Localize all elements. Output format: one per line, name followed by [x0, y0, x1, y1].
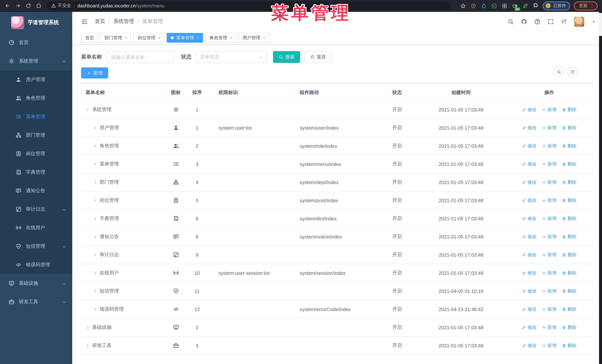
delete-row-link[interactable]: 删除 — [562, 125, 576, 131]
chevron-right-icon[interactable] — [93, 198, 97, 202]
fullscreen-icon[interactable] — [548, 18, 554, 25]
tab-5[interactable]: 用户管理× — [239, 33, 269, 42]
github-icon[interactable] — [521, 18, 527, 25]
user-avatar[interactable] — [574, 16, 584, 26]
add-child-link[interactable]: 新增 — [542, 324, 556, 331]
close-tab-icon[interactable]: × — [263, 36, 265, 40]
refresh-table-button[interactable] — [567, 67, 578, 77]
not-secure-label[interactable]: 不安全 — [51, 3, 71, 9]
search-button[interactable]: 搜索 — [273, 51, 300, 63]
edit-row-link[interactable]: 修改 — [522, 143, 537, 149]
sidebar-item-12[interactable]: 错误码管理 — [0, 256, 72, 274]
tab-3[interactable]: 菜单管理× — [167, 33, 203, 42]
sidebar-item-0[interactable]: 首页 — [0, 33, 72, 52]
add-child-link[interactable]: 新增 — [542, 288, 556, 294]
extension-switch-icon[interactable]: on — [512, 2, 518, 9]
address-bar[interactable]: 不安全 dashboard.yudao.iocoder.cn/system/me… — [47, 1, 451, 10]
chevron-right-icon[interactable] — [93, 253, 97, 257]
delete-row-link[interactable]: 删除 — [562, 143, 576, 149]
edit-row-link[interactable]: 修改 — [522, 179, 537, 185]
scrollbar-thumb[interactable] — [599, 13, 602, 36]
sidebar-item-6[interactable]: 岗位管理 — [0, 145, 72, 163]
delete-row-link[interactable]: 删除 — [562, 270, 576, 276]
sidebar-item-13[interactable]: 基础设施 — [0, 274, 72, 292]
caret-down-icon[interactable] — [591, 19, 596, 24]
bookmark-star-icon[interactable] — [460, 2, 466, 9]
edit-row-link[interactable]: 修改 — [522, 270, 537, 276]
sidebar-item-8[interactable]: 通知公告 — [0, 181, 72, 200]
extension-check-icon[interactable] — [491, 2, 497, 9]
extension-leaf-icon[interactable] — [522, 2, 529, 9]
tab-4[interactable]: 角色管理× — [205, 33, 236, 42]
edit-row-link[interactable]: 修改 — [522, 215, 537, 222]
add-child-link[interactable]: 新增 — [542, 252, 556, 258]
edit-row-link[interactable]: 修改 — [522, 197, 537, 203]
show-search-toggle-button[interactable] — [553, 67, 564, 77]
sidebar-item-2[interactable]: 用户管理 — [0, 70, 72, 89]
delete-row-link[interactable]: 删除 — [562, 179, 576, 185]
delete-row-link[interactable]: 删除 — [562, 233, 576, 240]
delete-row-link[interactable]: 删除 — [562, 342, 576, 349]
sidebar-item-1[interactable]: 系统管理 — [0, 52, 72, 70]
add-child-link[interactable]: 新增 — [542, 197, 556, 203]
delete-row-link[interactable]: 删除 — [562, 106, 576, 113]
breadcrumb-home[interactable]: 首页 — [95, 18, 105, 25]
sidebar-item-7[interactable]: 字典管理 — [0, 163, 72, 181]
extension-grid-icon[interactable] — [501, 2, 508, 9]
add-child-link[interactable]: 新增 — [542, 179, 556, 185]
add-child-link[interactable]: 新增 — [542, 106, 556, 113]
add-menu-button[interactable]: 新增 — [81, 67, 108, 79]
chevron-right-icon[interactable] — [93, 271, 97, 275]
edit-row-link[interactable]: 修改 — [522, 125, 537, 131]
tab-1[interactable]: 部门管理× — [100, 33, 131, 42]
add-child-link[interactable]: 新增 — [542, 125, 556, 131]
close-tab-icon[interactable]: × — [125, 36, 127, 40]
edit-row-link[interactable]: 修改 — [522, 306, 537, 312]
add-child-link[interactable]: 新增 — [542, 161, 556, 167]
menu-name-input[interactable] — [106, 51, 174, 63]
breadcrumb-system[interactable]: 系统管理 — [113, 18, 134, 25]
edit-row-link[interactable]: 修改 — [522, 252, 537, 258]
edit-row-link[interactable]: 修改 — [522, 342, 537, 349]
sidebar-item-3[interactable]: 角色管理 — [0, 89, 72, 107]
delete-row-link[interactable]: 删除 — [562, 197, 576, 203]
delete-row-link[interactable]: 删除 — [562, 215, 576, 222]
add-child-link[interactable]: 新增 — [542, 143, 556, 149]
tab-2[interactable]: 岗位管理× — [134, 33, 164, 42]
delete-row-link[interactable]: 删除 — [562, 324, 576, 331]
close-tab-icon[interactable]: × — [230, 36, 232, 40]
help-icon[interactable] — [534, 18, 540, 25]
chevron-right-icon[interactable] — [93, 235, 97, 239]
chevron-right-icon[interactable] — [93, 144, 97, 148]
browser-back-icon[interactable] — [3, 1, 12, 10]
edit-row-link[interactable]: 修改 — [522, 161, 537, 167]
collapse-sidebar-icon[interactable] — [81, 18, 88, 25]
chevron-right-icon[interactable] — [86, 343, 90, 348]
tab-0[interactable]: 首页 — [81, 33, 98, 42]
chevron-right-icon[interactable] — [93, 180, 97, 184]
browser-home-icon[interactable] — [34, 1, 43, 10]
delete-row-link[interactable]: 删除 — [562, 252, 576, 258]
chevron-right-icon[interactable] — [86, 325, 90, 329]
browser-profile-badge[interactable]: 已暂停 — [543, 1, 570, 10]
edit-row-link[interactable]: 修改 — [522, 233, 537, 240]
extension-record-icon[interactable] — [470, 2, 477, 9]
chevron-right-icon[interactable] — [93, 162, 97, 166]
add-child-link[interactable]: 新增 — [542, 215, 556, 222]
delete-row-link[interactable]: 删除 — [562, 306, 576, 312]
browser-reload-icon[interactable] — [24, 1, 32, 10]
sidebar-item-14[interactable]: 研发工具 — [0, 292, 72, 311]
close-tab-icon[interactable]: × — [197, 36, 199, 40]
status-select[interactable]: 菜单状态 — [196, 51, 267, 63]
delete-row-link[interactable]: 删除 — [562, 161, 576, 167]
delete-row-link[interactable]: 删除 — [562, 288, 576, 294]
edit-row-link[interactable]: 修改 — [522, 106, 537, 113]
chevron-down-icon[interactable] — [86, 108, 90, 112]
chevron-right-icon[interactable] — [93, 217, 97, 220]
browser-forward-icon[interactable] — [13, 1, 22, 10]
app-logo-row[interactable]: 芋道管理系统 — [0, 12, 72, 33]
font-size-icon[interactable] — [561, 18, 567, 25]
sidebar-item-9[interactable]: 审计日志 — [0, 200, 72, 218]
page-scrollbar[interactable] — [599, 12, 602, 364]
edit-row-link[interactable]: 修改 — [522, 324, 537, 331]
